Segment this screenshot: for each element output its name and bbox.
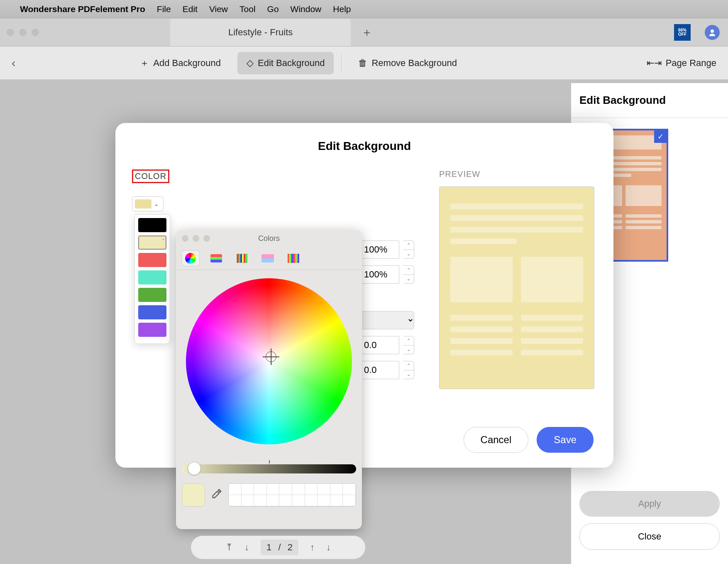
menu-file[interactable]: File [157,4,171,14]
page-sep: / [278,542,281,552]
color-wheel[interactable] [186,278,352,444]
palette-tab[interactable] [233,251,251,266]
separator [341,54,342,72]
chevron-down-icon: ⌄ [154,201,159,207]
back-button[interactable]: ‹ [12,56,15,70]
swatch-cell[interactable] [229,495,242,506]
close-window-icon[interactable] [7,29,14,36]
edit-icon: ◇ [247,58,254,69]
swatch-cell[interactable] [343,495,356,506]
window-controls [0,29,39,36]
color-wheel-icon [185,253,196,264]
remove-background-label: Remove Background [371,58,457,69]
document-tab[interactable]: Lifestyle - Fruits [170,19,351,46]
minimize-window-icon[interactable] [19,29,27,36]
promo-badge[interactable]: 66% OFF [674,24,691,41]
slider-tick [269,460,270,463]
horizontal-stepper[interactable]: ⌃⌄ [403,336,414,354]
opacity-input[interactable] [359,240,399,259]
pencils-tab[interactable] [285,251,302,266]
scale-stepper[interactable]: ⌃⌄ [403,265,414,284]
color-swatch[interactable] [138,253,166,267]
vertical-stepper[interactable]: ⌃⌄ [403,361,414,379]
plus-icon: ＋ [140,57,149,69]
prev-page-icon[interactable]: ↓ [244,542,249,553]
swatch-cell[interactable] [279,495,292,506]
color-dropdown[interactable]: ⌄ [132,196,164,211]
swatch-cell[interactable] [242,495,254,506]
first-page-icon[interactable]: ⤒ [225,542,233,553]
next-page-icon[interactable]: ↑ [310,542,315,553]
menu-window[interactable]: Window [291,4,322,14]
swatch-cell[interactable] [242,484,254,495]
eyedropper-icon[interactable] [211,488,222,503]
mac-menubar: Wondershare PDFelement Pro File Edit Vie… [0,0,728,18]
color-section-label: COLOR [132,169,169,183]
colorpicker-titlebar: Colors [176,230,362,247]
app-tabbar: Lifestyle - Fruits ＋ 66% OFF [0,18,728,47]
sliders-tab[interactable] [208,251,225,266]
swatch-cell[interactable] [267,484,280,495]
color-swatch[interactable] [138,218,166,232]
edit-background-button[interactable]: ◇ Edit Background [237,52,334,74]
user-avatar-icon[interactable] [705,25,720,40]
brightness-knob[interactable] [188,462,201,475]
panel-title: Edit Background [571,83,728,118]
menu-go[interactable]: Go [267,4,279,14]
wheel-tab[interactable] [182,251,199,266]
brightness-slider[interactable] [182,464,356,473]
apply-button[interactable]: Apply [579,491,720,517]
swatch-cell[interactable] [330,484,343,495]
menu-help[interactable]: Help [333,4,351,14]
add-background-button[interactable]: ＋ Add Background [131,51,230,75]
edit-background-label: Edit Background [258,58,325,69]
system-color-picker: Colors [176,230,362,529]
last-page-icon[interactable]: ↓ [326,542,331,553]
remove-background-button[interactable]: 🗑 Remove Background [349,52,466,74]
swatch-cell[interactable] [318,484,330,495]
swatch-cell[interactable] [318,495,330,506]
image-tab[interactable] [259,251,276,266]
total-pages: 2 [288,542,293,552]
color-swatch[interactable] [138,270,166,284]
swatch-cell[interactable] [292,484,305,495]
swatch-cell[interactable] [305,495,318,506]
swatch-cell[interactable] [254,495,267,506]
color-swatch[interactable] [138,305,166,319]
swatch-cell[interactable] [343,484,356,495]
page-range-label: Page Range [666,58,716,69]
swatch-cell[interactable] [292,495,305,506]
add-background-label: Add Background [153,58,221,69]
vertical-input[interactable] [359,361,399,379]
swatch-cell[interactable] [267,495,280,506]
app-name[interactable]: Wondershare PDFelement Pro [20,4,145,14]
color-swatch[interactable] [138,288,166,302]
crosshair-icon[interactable] [266,351,276,362]
close-button[interactable]: Close [579,523,720,550]
scale-input[interactable] [359,265,399,284]
zoom-window-icon[interactable] [32,29,39,36]
swatch-cell[interactable] [279,484,292,495]
color-swatch[interactable] [138,323,166,337]
swatch-cell[interactable] [330,495,343,506]
horizontal-input[interactable] [359,336,399,354]
image-icon [261,254,274,262]
swatch-cell[interactable] [305,484,318,495]
page-navigator: ⤒ ↓ 1 / 2 ↑ ↓ [191,536,365,559]
color-swatch[interactable] [138,235,166,250]
promo-off: OFF [678,32,686,37]
swatch-cell[interactable] [254,484,267,495]
opacity-stepper[interactable]: ⌃⌄ [403,240,414,259]
current-color-swatch [182,483,205,507]
cancel-button[interactable]: Cancel [464,427,529,453]
page-range-button[interactable]: ⇤⇥ Page Range [647,58,716,69]
saved-swatches-grid[interactable] [228,483,356,507]
save-button[interactable]: Save [537,427,594,453]
menu-edit[interactable]: Edit [183,4,198,14]
menu-view[interactable]: View [209,4,228,14]
swatch-cell[interactable] [229,484,242,495]
background-toolbar: ‹ ＋ Add Background ◇ Edit Background 🗑 R… [0,47,728,80]
new-tab-button[interactable]: ＋ [361,25,373,40]
preview-box [439,186,594,389]
menu-tool[interactable]: Tool [239,4,256,14]
